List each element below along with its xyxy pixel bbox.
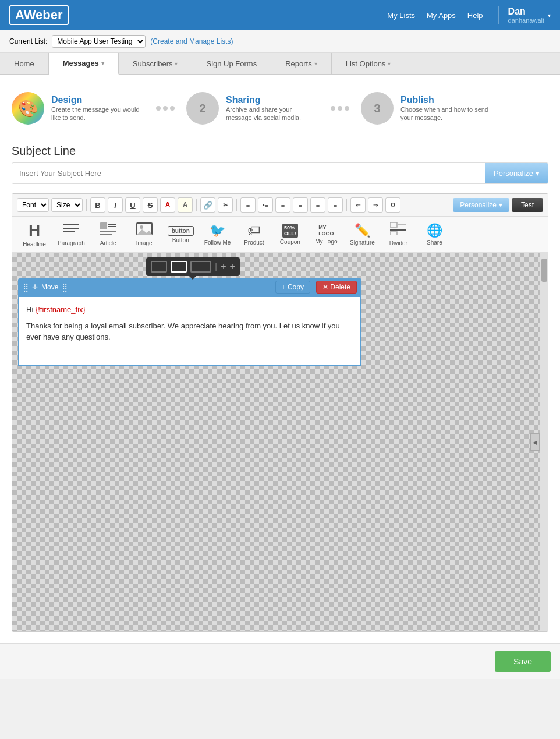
divider-icon: [390, 222, 406, 239]
block-signature[interactable]: ✏️ Signature: [345, 221, 380, 248]
size-plus-2[interactable]: +: [230, 261, 235, 272]
size-separator: |: [215, 261, 217, 272]
move-icon-cross: ✛: [32, 283, 38, 291]
manage-lists-link[interactable]: (Create and Manage Lists): [150, 37, 233, 45]
dot: [170, 106, 175, 111]
dot: [331, 106, 335, 111]
outdent-button[interactable]: ⇐: [350, 197, 366, 213]
image-label: Image: [136, 240, 153, 246]
block-button[interactable]: button Button: [163, 224, 199, 246]
block-follow-me[interactable]: 🐦 Follow Me: [200, 221, 236, 248]
special-char-button[interactable]: Ω: [385, 197, 400, 213]
canvas-toggle-button[interactable]: ◀: [530, 433, 540, 451]
block-divider[interactable]: Divider: [381, 220, 416, 249]
signature-label: Signature: [350, 239, 375, 246]
follow-me-icon: 🐦: [210, 223, 225, 238]
email-body-line1: Hi {!firstname_fix}: [26, 304, 353, 316]
text-block[interactable]: Hi {!firstname_fix} Thanks for being a l…: [18, 296, 361, 366]
wizard-sharing-text: Sharing Archive and share your message v…: [226, 95, 319, 122]
tab-reports[interactable]: Reports ▾: [271, 53, 332, 74]
font-color-button[interactable]: A: [160, 197, 175, 213]
dot: [338, 106, 342, 111]
block-my-logo[interactable]: MYLOGO My Logo: [309, 222, 343, 247]
size-opt-small[interactable]: [151, 261, 167, 273]
canvas-area: | + + ⣿ ✛ Move ⣿ + Copy ✕ Delete Hi {!fi…: [12, 253, 548, 631]
personalize-toolbar-label: Personalize: [460, 201, 497, 209]
paragraph-label: Paragraph: [58, 240, 85, 246]
bold-button[interactable]: B: [90, 197, 105, 213]
toolbar-sep-4: [346, 199, 347, 211]
svg-point-9: [140, 225, 143, 229]
dot: [163, 106, 168, 111]
personalize-toolbar-arrow: ▾: [499, 201, 502, 209]
link-button[interactable]: 🔗: [200, 197, 215, 213]
size-plus[interactable]: +: [221, 261, 226, 272]
wizard-publish-text: Publish Choose when and how to send your…: [400, 95, 494, 122]
align-center-button[interactable]: ≡: [293, 197, 308, 213]
block-headline[interactable]: H Headline: [17, 219, 52, 250]
size-opt-large[interactable]: [190, 261, 211, 273]
ordered-list-button[interactable]: ≡: [240, 197, 256, 213]
tab-signup-forms[interactable]: Sign Up Forms: [192, 53, 271, 74]
subject-section: Subject Line Personalize ▾: [12, 144, 548, 184]
nav-help[interactable]: Help: [467, 11, 483, 20]
tab-messages-label: Messages: [63, 59, 99, 68]
block-paragraph[interactable]: Paragraph: [53, 220, 90, 249]
personalize-subject-label: Personalize: [494, 169, 533, 178]
scroll-thumb: [541, 259, 547, 282]
size-select[interactable]: Size: [51, 198, 83, 212]
personalize-subject-button[interactable]: Personalize ▾: [485, 163, 548, 183]
tab-messages[interactable]: Messages ▾: [49, 53, 119, 75]
user-name: Dan: [508, 6, 544, 17]
indent-button[interactable]: ⇒: [368, 197, 383, 213]
current-list-select[interactable]: Mobile App User Testing: [52, 35, 146, 48]
wizard-design-title: Design: [51, 95, 144, 105]
header: AWeber My Lists My Apps Help Dan danhana…: [0, 0, 560, 30]
user-username: danhanawait: [508, 17, 544, 24]
unordered-list-button[interactable]: •≡: [258, 197, 273, 213]
block-article[interactable]: Article: [91, 220, 126, 249]
tab-subscribers-arrow: ▾: [175, 61, 178, 67]
test-button[interactable]: Test: [512, 198, 543, 212]
user-menu[interactable]: Dan danhanawait ▾: [498, 6, 551, 24]
nav-my-lists[interactable]: My Lists: [387, 11, 415, 20]
paragraph-icon: [63, 222, 79, 239]
bg-color-button[interactable]: A: [178, 197, 193, 213]
share-label: Share: [427, 239, 442, 246]
block-product[interactable]: 🏷 Product: [236, 221, 271, 248]
tab-home[interactable]: Home: [0, 53, 49, 74]
block-image[interactable]: Image: [127, 220, 162, 249]
subject-input-row: Personalize ▾: [12, 162, 548, 184]
block-coupon[interactable]: 50%OFF! Coupon: [272, 221, 307, 247]
unlink-button[interactable]: ✂: [218, 197, 233, 213]
signature-icon: ✏️: [355, 223, 370, 238]
follow-me-label: Follow Me: [204, 239, 231, 246]
italic-button[interactable]: I: [108, 197, 123, 213]
button-label: Button: [172, 237, 189, 243]
svg-rect-10: [390, 222, 397, 227]
toolbar-sep-3: [236, 199, 237, 211]
align-left-button[interactable]: ≡: [275, 197, 290, 213]
editor-toolbar: Font Size B I U S A A 🔗 ✂ ≡ •≡ ≡ ≡ ≡ ≡ ⇐…: [12, 194, 548, 217]
wizard-design-icon: 🎨: [12, 92, 44, 125]
justify-button[interactable]: ≡: [328, 197, 343, 213]
copy-button[interactable]: + Copy: [275, 281, 310, 294]
nav-my-apps[interactable]: My Apps: [427, 11, 456, 20]
strikethrough-button[interactable]: S: [143, 197, 158, 213]
delete-button[interactable]: ✕ Delete: [316, 281, 357, 294]
tab-list-options[interactable]: List Options ▾: [332, 53, 406, 74]
canvas-scrollbar[interactable]: [540, 253, 548, 631]
wizard-publish-desc: Choose when and how to send your message…: [400, 105, 494, 122]
personalize-toolbar-button[interactable]: Personalize ▾: [453, 198, 509, 212]
align-right-button[interactable]: ≡: [310, 197, 325, 213]
tab-reports-label: Reports: [285, 59, 312, 68]
block-share[interactable]: 🌐 Share: [417, 221, 452, 248]
block-wrapper: ⣿ ✛ Move ⣿ + Copy ✕ Delete Hi {!firstnam…: [18, 278, 361, 366]
save-button[interactable]: Save: [495, 651, 551, 672]
wizard-dots-2: [331, 106, 349, 111]
underline-button[interactable]: U: [125, 197, 140, 213]
tab-subscribers[interactable]: Subscribers ▾: [119, 53, 193, 74]
size-opt-medium[interactable]: [171, 261, 187, 273]
font-select[interactable]: Font: [17, 198, 49, 212]
subject-input[interactable]: [12, 163, 485, 183]
